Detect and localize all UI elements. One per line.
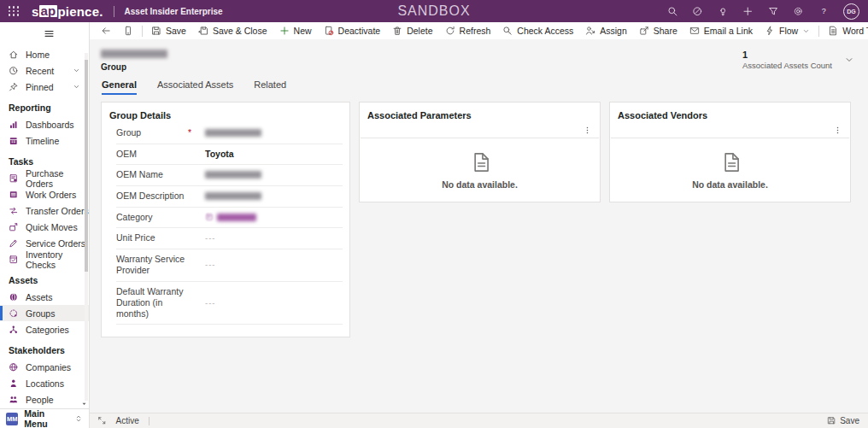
field-label: Group*	[116, 127, 193, 138]
more-commands-icon[interactable]	[833, 126, 842, 135]
assign-button-icon	[585, 26, 595, 36]
nav-transfer-orders-label: Transfer Orders	[26, 206, 89, 216]
new-button[interactable]: New	[273, 22, 318, 39]
empty-state: No data available.	[610, 138, 850, 202]
nav-quick-moves[interactable]: Quick Moves	[0, 219, 89, 235]
word-templates-button[interactable]: Word Templates	[822, 22, 868, 39]
field-value[interactable]: ---	[205, 298, 343, 308]
user-avatar[interactable]: DG	[843, 3, 859, 20]
nav-inventory-checks[interactable]: Inventory Checks	[0, 251, 89, 267]
field-value[interactable]	[205, 170, 343, 179]
expand-form-icon[interactable]	[97, 416, 107, 425]
nav-service-orders-label: Service Orders	[26, 238, 85, 249]
check-access-button[interactable]: Check Access	[496, 22, 579, 39]
lightbulb-icon[interactable]	[718, 6, 729, 17]
tab-associated-assets[interactable]: Associated Assets	[157, 79, 233, 95]
save-close-button-label: Save & Close	[213, 26, 267, 36]
form-switcher-button-icon	[123, 26, 133, 36]
tab-general[interactable]: General	[102, 79, 137, 95]
nav-transfer-orders[interactable]: Transfer Orders	[0, 202, 89, 219]
nav-pinned[interactable]: Pinned	[0, 79, 89, 95]
flow-button[interactable]: Flow	[759, 22, 816, 39]
field-row: Category	[116, 208, 343, 229]
nav-purchase-orders-icon	[9, 173, 19, 184]
nav-companies-icon	[9, 362, 19, 372]
quick-edit-icon[interactable]	[692, 6, 703, 17]
check-access-button-label: Check Access	[517, 26, 573, 36]
nav-people-icon	[9, 395, 19, 405]
settings-gear-icon[interactable]	[793, 6, 804, 17]
refresh-button[interactable]: Refresh	[439, 22, 497, 39]
assign-button[interactable]: Assign	[579, 22, 633, 39]
share-button[interactable]: Share	[633, 22, 683, 39]
delete-button[interactable]: Delete	[386, 22, 438, 39]
help-icon[interactable]: ?	[818, 6, 830, 17]
redacted-value	[205, 129, 261, 137]
form-switcher-button[interactable]	[117, 22, 139, 39]
group-details-card: Group Details Group*OEMToyotaOEM NameOEM…	[101, 102, 350, 337]
nav-quick-moves-icon	[9, 222, 19, 232]
nav-people-label: People	[26, 395, 54, 405]
field-label: OEM Name	[116, 169, 193, 180]
share-button-label: Share	[654, 26, 677, 36]
nav-service-orders-icon	[9, 238, 19, 249]
nav-recent-label: Recent	[26, 66, 54, 76]
environment-banner: SANDBOX	[397, 3, 470, 19]
collapse-expand-icon[interactable]	[74, 414, 83, 423]
filter-icon[interactable]	[768, 6, 779, 17]
nav-work-orders[interactable]: Work Orders	[0, 186, 89, 202]
new-button-label: New	[294, 26, 312, 36]
delete-button-icon	[392, 26, 402, 36]
nav-locations[interactable]: Locations	[0, 375, 89, 391]
add-icon[interactable]	[742, 6, 754, 17]
field-label: OEM	[116, 149, 193, 160]
nav-categories[interactable]: Categories	[0, 321, 89, 337]
field-value[interactable]: ---	[205, 260, 343, 269]
assign-button-label: Assign	[600, 26, 627, 36]
nav-groups[interactable]: Groups	[0, 305, 89, 321]
no-data-text: No data available.	[442, 179, 518, 190]
chevron-down-icon	[802, 27, 810, 35]
nav-companies[interactable]: Companies	[0, 359, 89, 375]
field-value[interactable]	[205, 128, 343, 138]
save-close-button[interactable]: Save & Close	[192, 22, 273, 39]
main-menu[interactable]: MM Main Menu	[0, 408, 89, 428]
nav-home[interactable]: Home	[0, 46, 89, 62]
nav-recent[interactable]: Recent	[0, 62, 89, 79]
form-tabs: GeneralAssociated AssetsRelated	[90, 79, 868, 95]
tab-related[interactable]: Related	[254, 79, 286, 95]
email-link-button[interactable]: Email a Link	[683, 22, 759, 39]
sidebar-nav: HomeRecentPinnedReportingDashboardsTimel…	[0, 43, 89, 408]
nav-timeline[interactable]: Timeline	[0, 132, 89, 149]
field-value[interactable]: ---	[205, 233, 343, 243]
field-value[interactable]	[205, 191, 343, 201]
back-button[interactable]	[95, 22, 117, 39]
nav-people[interactable]: People	[0, 391, 89, 407]
nav-transfer-orders-icon	[9, 206, 19, 216]
hamburger-menu-icon[interactable]	[0, 22, 89, 43]
redacted-value	[205, 171, 261, 179]
deactivate-button[interactable]: Deactivate	[318, 22, 387, 39]
more-commands-icon[interactable]	[583, 126, 592, 135]
app-launcher-icon[interactable]	[9, 6, 20, 15]
nav-assets[interactable]: Assets	[0, 289, 89, 305]
search-icon[interactable]	[667, 6, 678, 17]
nav-work-orders-label: Work Orders	[26, 190, 76, 200]
header-chevron-down-icon[interactable]	[844, 55, 854, 65]
sidebar-scroll-down-icon[interactable]	[80, 400, 88, 407]
chevron-down-icon	[71, 83, 81, 91]
nav-purchase-orders[interactable]: Purchase Orders	[0, 170, 89, 186]
check-access-button-icon	[502, 26, 513, 36]
header-divider	[114, 6, 114, 17]
save-button[interactable]: Save	[145, 22, 192, 39]
save-close-button-icon	[198, 26, 208, 36]
nav-assets-icon	[9, 292, 19, 302]
nav-home-label: Home	[26, 50, 50, 60]
field-value[interactable]: Toyota	[205, 149, 343, 159]
app-logo[interactable]: sappience.	[32, 4, 103, 19]
nav-pinned-label: Pinned	[26, 82, 54, 92]
statusbar-save-button[interactable]: Save	[827, 416, 859, 425]
field-value[interactable]	[205, 213, 343, 222]
nav-dashboards[interactable]: Dashboards	[0, 116, 89, 132]
sidebar-scrollbar-thumb[interactable]	[85, 60, 88, 272]
